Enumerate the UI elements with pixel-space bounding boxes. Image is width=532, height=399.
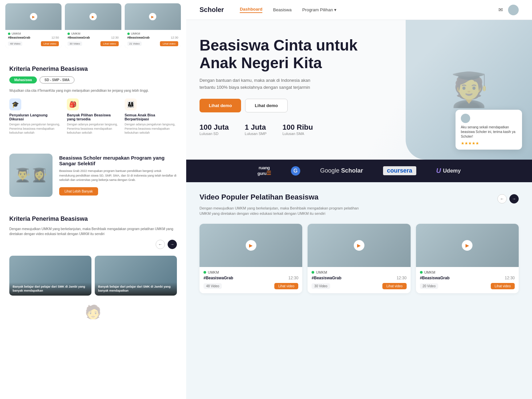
r-vid-count-2: 30 Video (312, 283, 330, 289)
kriteria-tabs: Mahasiswa SD - SMP - SMA (9, 76, 177, 83)
right-panel: Scholer Dashboard Beasiswa Program Pilih… (186, 0, 532, 399)
r-play-btn-1[interactable]: ▶ (246, 240, 256, 251)
tab-sd-smp-sma[interactable]: SD - SMP - SMA (40, 76, 74, 83)
avatar[interactable] (508, 5, 519, 15)
umkm-label-1: UMKM (12, 32, 21, 35)
hero-btn-outline[interactable]: Lihat demo (245, 99, 287, 112)
right-nav-arrows: ← → (497, 194, 519, 203)
nav-arrows: ← → (9, 240, 177, 249)
kriteria2-desc: Dengan mewujudkan UMKM yang berkelanjuta… (9, 226, 177, 236)
play-button-1[interactable]: ▶ (30, 13, 37, 20)
partner-google-scholar: Google Scholar (320, 167, 363, 174)
feature-icon-1: 🎓 (9, 98, 21, 110)
r-umkm-dot-1 (203, 271, 206, 274)
video-prev-arrow[interactable]: ← (497, 194, 507, 203)
stat-smp: 1 Juta Lulusan SMP (245, 123, 266, 136)
hero-section: Beasiswa Cinta untuk Anak Negeri Kita De… (186, 20, 532, 160)
mail-icon[interactable]: ✉ (498, 7, 503, 13)
video-next-arrow[interactable]: → (509, 194, 519, 203)
r-play-btn-2[interactable]: ▶ (354, 240, 364, 251)
nav-beasiswa[interactable]: Beasiswa (273, 7, 292, 12)
program-desc: Beasiswa Grab 2022 merupakan program ban… (59, 169, 177, 183)
tab-mahasiswa[interactable]: Mahasiswa (9, 76, 37, 83)
stat-value-sd: 100 Juta (200, 123, 229, 132)
r-video-img-2: ▶ (308, 224, 410, 267)
testi-avatar (461, 114, 470, 123)
hero-desc: Dengan bantuan dari kamu, maka anak di I… (200, 77, 319, 91)
r-video-duration-3: 12:30 (505, 276, 515, 280)
nav-program-pilihan[interactable]: Program Pilihan ▾ (302, 7, 337, 12)
video-duration-2: 12:30 (111, 36, 119, 39)
vid-count-3: 21 Video (127, 42, 142, 46)
lihat-lebih-btn[interactable]: Lihat Lebih Banyak (59, 187, 98, 196)
r-video-img-3: ▶ (416, 224, 519, 267)
feature-title-3: Semua Anak Bisa Berpartisipasi (125, 113, 177, 121)
kriteria-section: Kriteria Penerima Beasiswa Mahasiswa SD … (0, 58, 186, 142)
left-bottom-person: 🧑 (0, 301, 186, 320)
r-lihat-btn-1[interactable]: Lihat video (274, 283, 298, 289)
r-video-duration-2: 12:30 (397, 276, 407, 280)
partner-coursera: coursera (383, 166, 416, 175)
partner-ruangguru: ruang guru☰ (257, 166, 271, 176)
stat-label-sma: Lulusan SMA (283, 132, 313, 136)
r-video-title-1: #BeasiswaGrab (203, 276, 233, 280)
r-vid-count-3: 20 Video (420, 283, 438, 289)
feature-card-1: 🎓 Penyaluran Langsung Dikurasi Dengan ad… (9, 98, 62, 135)
play-button-2[interactable]: ▶ (89, 13, 97, 20)
video-title-2: #BeasiswaGrab (67, 36, 90, 39)
umkm-label-3: UMKM (131, 32, 140, 35)
program-section: 👨‍🎓👩‍🎓 Beasiswa Scholer merupakan Progra… (0, 146, 186, 205)
video-thumbnail-3: ▶ (125, 3, 181, 30)
feature-card-3: 👨‍👩‍👧 Semua Anak Bisa Berpartisipasi Den… (125, 98, 177, 135)
kriteria2-title: Kriteria Penerima Beasiswa (9, 215, 177, 222)
partner-udemy: U Udemy (436, 167, 461, 175)
feature-desc-1: Dengan adanya pengaluran langsung, Pener… (9, 122, 62, 135)
vid-count-2: 30 Video (67, 42, 82, 46)
feature-card-2: 🎒 Banyak Pilihan Beasiswa yang tersedia … (67, 98, 119, 135)
next-arrow[interactable]: → (168, 240, 177, 249)
video-duration-1: 12:50 (52, 36, 59, 39)
nav-dashboard[interactable]: Dashboard (240, 7, 262, 13)
r-umkm-label-1: UMKM (208, 270, 219, 274)
kriteria-title: Kriteria Penerima Beasiswa (9, 66, 177, 72)
r-umkm-dot-2 (312, 271, 314, 274)
chevron-down-icon: ▾ (334, 7, 336, 12)
prev-arrow[interactable]: ← (156, 240, 165, 249)
top-video-card-2: ▶ UMKM #BeasiswaGrab 12:30 30 Video Liha… (65, 3, 121, 48)
kriteria2-section: Kriteria Penerima Beasiswa Dengan mewuju… (0, 209, 186, 256)
stats-row: 100 Juta Lulusan SD 1 Juta Lulusan SMP 1… (200, 123, 359, 136)
umkm-label-2: UMKM (71, 32, 80, 35)
r-umkm-label-2: UMKM (316, 270, 327, 274)
r-lihat-btn-2[interactable]: Lihat video (382, 283, 406, 289)
udemy-logo: Udemy (443, 168, 461, 174)
umkm-dot-2 (67, 33, 70, 35)
feature-desc-3: Dengan adanya pengaluran langsung, Pener… (125, 122, 177, 135)
top-video-cards: ▶ UMKM #BeasiswaGrab 12:50 48 Video Liha… (0, 0, 186, 54)
umkm-dot-3 (127, 33, 130, 35)
testimonial-card: Aku senang sekali mendapatkan beasiswa S… (456, 110, 522, 150)
stat-label-smp: Lulusan SMP (245, 132, 266, 136)
lihat-video-btn-2[interactable]: Lihat video (100, 41, 119, 46)
r-lihat-btn-3[interactable]: Lihat video (491, 283, 515, 289)
video-duration-3: 12:30 (171, 36, 178, 39)
stat-sma: 100 Ribu Lulusan SMA (283, 123, 313, 136)
hero-btn-primary[interactable]: Lihat demo (200, 99, 241, 112)
play-button-3[interactable]: ▶ (149, 13, 156, 20)
lihat-video-btn-1[interactable]: Lihat video (41, 41, 59, 46)
video-section-title: Video Populer Pelatihan Beasiswa (200, 193, 319, 201)
r-video-title-2: #BeasiswaGrab (312, 276, 341, 280)
feature-cards: 🎓 Penyaluran Langsung Dikurasi Dengan ad… (9, 98, 177, 135)
left-panel: ▶ UMKM #BeasiswaGrab 12:50 48 Video Liha… (0, 0, 186, 399)
r-play-btn-3[interactable]: ▶ (462, 240, 472, 251)
navbar-brand: Scholer (200, 6, 224, 14)
feature-title-1: Penyaluran Langsung Dikurasi (9, 113, 62, 121)
lihat-video-btn-3[interactable]: Lihat video (160, 41, 178, 46)
kriteria-desc: Wujudkan cita-cita #TemanKita yang ingin… (9, 88, 177, 93)
program-image: 👨‍🎓👩‍🎓 (9, 154, 53, 197)
stat-label-sd: Lulusan SD (200, 132, 229, 136)
feature-icon-3: 👨‍👩‍👧 (125, 98, 137, 110)
video-section: Video Populer Pelatihan Beasiswa ← → Den… (186, 182, 532, 300)
testi-text: Aku senang sekali mendapatkan beasiswa S… (461, 125, 517, 139)
hero-title: Beasiswa Cinta untuk Anak Negeri Kita (200, 37, 359, 72)
stat-value-sma: 100 Ribu (283, 123, 313, 132)
